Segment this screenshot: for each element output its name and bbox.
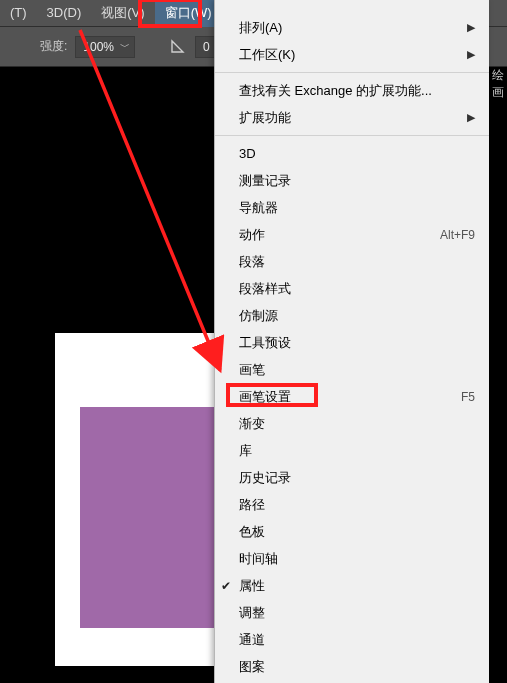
angle-input[interactable]: 0 — [195, 36, 215, 58]
menu-item-measurement[interactable]: 测量记录 — [215, 167, 489, 194]
menu-item-actions[interactable]: 动作 Alt+F9 — [215, 221, 489, 248]
menu-item-paragraph-styles[interactable]: 段落样式 — [215, 275, 489, 302]
right-panel-hint: 绘画 — [489, 67, 507, 87]
menu-item-gradients[interactable]: 渐变 — [215, 410, 489, 437]
menu-item-t[interactable]: (T) — [0, 1, 37, 25]
menu-item-adjustments[interactable]: 调整 — [215, 599, 489, 626]
menu-item-3d-panel[interactable]: 3D — [215, 140, 489, 167]
window-menu-dropdown: 排列(A) ▶ 工作区(K) ▶ 查找有关 Exchange 的扩展功能... … — [214, 0, 489, 683]
menu-item-tool-presets[interactable]: 工具预设 — [215, 329, 489, 356]
menu-item-timeline[interactable]: 时间轴 — [215, 545, 489, 572]
menu-item-paths[interactable]: 路径 — [215, 491, 489, 518]
angle-icon[interactable] — [169, 38, 187, 56]
chevron-right-icon: ▶ — [467, 48, 475, 61]
chevron-down-icon: ﹀ — [120, 40, 130, 54]
menu-item-workspace[interactable]: 工作区(K) ▶ — [215, 41, 489, 68]
menu-item-properties[interactable]: ✔ 属性 — [215, 572, 489, 599]
chevron-right-icon: ▶ — [467, 111, 475, 124]
menu-item-brush-settings[interactable]: 画笔设置 F5 — [215, 383, 489, 410]
menu-item-channels[interactable]: 通道 — [215, 626, 489, 653]
strength-input[interactable]: 100% ﹀ — [75, 36, 135, 58]
menu-item-3d[interactable]: 3D(D) — [37, 1, 92, 25]
strength-label: 强度: — [40, 38, 67, 55]
chevron-right-icon: ▶ — [467, 21, 475, 34]
menu-item-clone-source[interactable]: 仿制源 — [215, 302, 489, 329]
menu-item-find-exchange[interactable]: 查找有关 Exchange 的扩展功能... — [215, 77, 489, 104]
check-icon: ✔ — [221, 579, 231, 593]
menu-item-brushes[interactable]: 画笔 — [215, 356, 489, 383]
menu-item-patterns[interactable]: 图案 — [215, 653, 489, 680]
menu-item-window[interactable]: 窗口(W) — [155, 0, 222, 27]
menu-separator — [215, 135, 489, 136]
menu-item-view[interactable]: 视图(V) — [91, 0, 154, 27]
menu-item-swatches[interactable]: 色板 — [215, 518, 489, 545]
menu-separator — [215, 72, 489, 73]
menu-item-extensions[interactable]: 扩展功能 ▶ — [215, 104, 489, 131]
menu-item-paragraph[interactable]: 段落 — [215, 248, 489, 275]
document-canvas[interactable] — [55, 333, 215, 666]
menu-item-history[interactable]: 历史记录 — [215, 464, 489, 491]
menu-item-navigator[interactable]: 导航器 — [215, 194, 489, 221]
menu-item-arrange[interactable]: 排列(A) ▶ — [215, 14, 489, 41]
menu-item-libraries[interactable]: 库 — [215, 437, 489, 464]
purple-rectangle-shape[interactable] — [80, 407, 215, 628]
